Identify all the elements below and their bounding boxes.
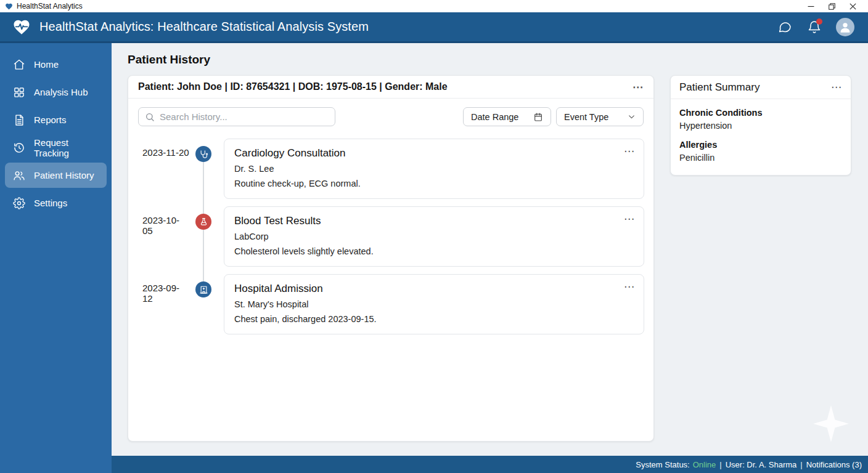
date-range-label: Date Range [471,112,518,122]
restore-icon[interactable] [821,0,842,12]
summary-title: Patient Summary [679,81,760,94]
sidebar-item-label: Home [34,59,59,70]
patient-summary-card: Patient Summary ⋯ Chronic Conditions Hyp… [670,75,851,176]
event-description: Chest pain, discharged 2023-09-15. [234,312,634,326]
status-separator: | [719,460,721,469]
close-icon[interactable] [842,0,863,12]
app-title: HealthStat Analytics: Healthcare Statist… [39,20,369,34]
main-content: Patient History Patient: John Doe | ID: … [112,43,868,456]
event-description: Routine check-up, ECG normal. [234,176,634,191]
patient-history-card: Patient: John Doe | ID: 87654321 | DOB: … [128,75,654,442]
summary-section-value: Penicillin [679,152,842,164]
sidebar-item-reports[interactable]: Reports [5,107,107,132]
sidebar-item-label: Analysis Hub [34,87,88,97]
calendar-icon [533,112,543,122]
window-controls [800,0,863,12]
gear-icon [13,197,25,209]
os-titlebar: HealthStat Analytics [0,0,868,12]
chevron-down-icon [628,113,636,121]
system-status-value: Online [693,460,716,469]
date-range-button[interactable]: Date Range [463,107,551,126]
flask-icon [195,214,211,230]
sidebar-item-settings[interactable]: Settings [5,190,107,216]
timeline-event-row: 2023-09-12 Hospital Admission St. Mary's… [142,274,644,334]
event-timeline: 2023-11-20 Cardiology Consultation Dr. S… [128,126,653,334]
sidebar-item-label: Reports [34,115,67,125]
event-menu-icon[interactable]: ⋯ [624,281,635,292]
sidebar-item-label: Patient History [34,170,94,180]
avatar[interactable] [836,18,854,36]
system-status-label: System Status: [636,460,689,469]
notification-dot [816,18,822,25]
summary-section-heading: Allergies [679,139,842,152]
sidebar-item-label: Request Tracking [34,137,99,158]
patients-icon [13,169,25,182]
stethoscope-icon [195,146,211,162]
grid-icon [13,86,25,99]
summary-section-heading: Chronic Conditions [679,107,842,119]
patient-info-bar: Patient: John Doe | ID: 87654321 | DOB: … [128,76,653,99]
search-icon [145,112,155,122]
event-description: Cholesterol levels slightly elevated. [234,244,634,259]
event-date: 2023-11-20 [142,147,189,199]
event-title: Hospital Admission [234,280,634,297]
app-heart-icon [5,2,13,10]
titlebar-app: HealthStat Analytics [5,2,83,10]
event-title: Blood Test Results [234,212,634,229]
search-box [138,107,335,126]
sidebar-item-request-tracking[interactable]: Request Tracking [5,135,107,160]
page-title: Patient History [128,53,851,67]
status-bar: System Status: Online | User: Dr. A. Sha… [112,456,868,473]
event-card[interactable]: Hospital Admission St. Mary's Hospital C… [224,274,644,334]
app-header: HealthStat Analytics: Healthcare Statist… [0,12,868,43]
filter-row: Date Range Event Type [138,107,644,126]
bell-icon[interactable] [806,19,822,35]
hospital-icon [195,281,211,297]
summary-menu-icon[interactable]: ⋯ [831,82,842,92]
event-menu-icon[interactable]: ⋯ [624,146,635,156]
event-provider: LabCorp [234,229,634,244]
heart-pulse-logo-icon [11,18,32,36]
summary-body: Chronic Conditions Hypertension Allergie… [671,99,851,175]
event-title: Cardiology Consultation [234,145,634,161]
sidebar: Home Analysis Hub Reports Request Tr [0,43,112,473]
sidebar-item-patient-history[interactable]: Patient History [5,163,107,188]
chat-icon[interactable] [777,19,793,35]
status-separator: | [800,460,802,469]
timeline-event-row: 2023-11-20 Cardiology Consultation Dr. S… [142,139,644,199]
event-date: 2023-09-12 [142,283,189,334]
timeline-event-row: 2023-10-05 Blood Test Results LabCorp [142,206,644,267]
event-provider: Dr. S. Lee [234,161,634,176]
event-date: 2023-10-05 [142,215,189,267]
sidebar-item-analysis-hub[interactable]: Analysis Hub [5,79,107,105]
event-menu-icon[interactable]: ⋯ [624,214,635,224]
document-icon [13,114,25,126]
titlebar-app-name: HealthStat Analytics [17,2,83,10]
header-icons [777,18,859,36]
status-notifications[interactable]: Notifications (3) [806,460,862,469]
summary-section-value: Hypertension [679,119,842,132]
event-card[interactable]: Blood Test Results LabCorp Cholesterol l… [224,206,644,267]
status-user: User: Dr. A. Sharma [726,460,797,469]
patient-card-menu-icon[interactable]: ⋯ [633,82,644,92]
summary-header: Patient Summary ⋯ [671,76,851,99]
event-type-label: Event Type [564,112,608,122]
event-type-select[interactable]: Event Type [556,107,644,126]
event-provider: St. Mary's Hospital [234,297,634,312]
sidebar-item-label: Settings [34,198,67,208]
history-icon [13,142,25,154]
minimize-icon[interactable] [800,0,821,12]
patient-info-text: Patient: John Doe | ID: 87654321 | DOB: … [138,81,448,92]
search-input[interactable] [160,111,329,122]
app-window: HealthStat Analytics HealthStat Analytic… [0,0,868,473]
event-card[interactable]: Cardiology Consultation Dr. S. Lee Routi… [224,139,644,199]
sidebar-item-home[interactable]: Home [5,52,107,77]
home-icon [13,59,25,71]
